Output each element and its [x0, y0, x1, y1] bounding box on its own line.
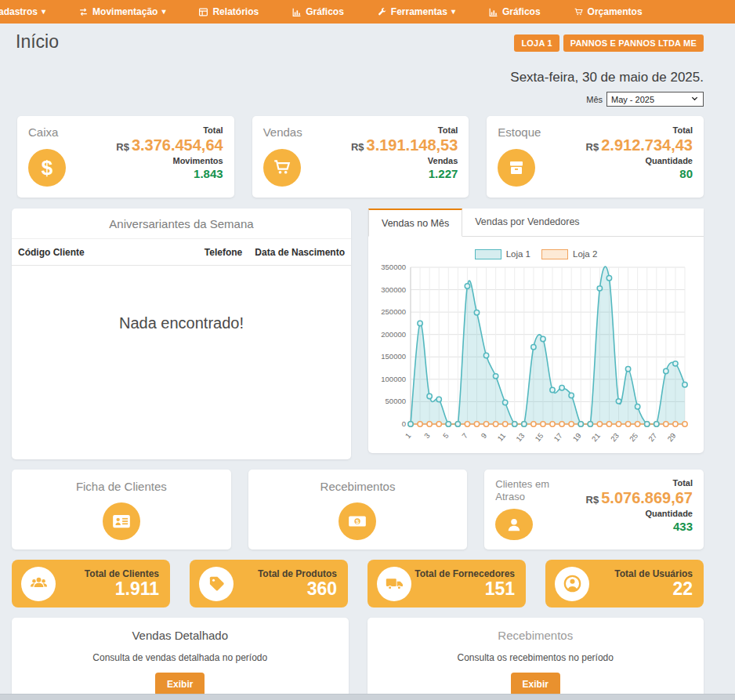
legend-swatch-loja2 — [541, 249, 568, 259]
svg-text:17: 17 — [552, 432, 563, 444]
legend-swatch-loja1 — [475, 249, 501, 259]
nav-label: Relatórios — [212, 6, 259, 17]
nav-item-graficos-2[interactable]: Gráficos — [488, 6, 541, 17]
svg-text:9: 9 — [479, 432, 488, 441]
nav-label: Ferramentas — [391, 6, 447, 17]
sales-tabs: Vendas no Mês Vendas por Vendedores — [368, 209, 704, 237]
total-fornecedores-card[interactable]: Total de Fornecedores 151 — [368, 560, 526, 608]
footer-strip — [0, 694, 735, 700]
legend-item-loja1: Loja 1 — [475, 249, 530, 259]
card-title: Estoque — [498, 125, 541, 139]
card-title: Vendas — [263, 125, 302, 139]
total-label: Total — [351, 125, 458, 135]
nav-item-cadastros[interactable]: adastros ▾ — [0, 6, 45, 17]
svg-text:50000: 50000 — [386, 397, 406, 406]
exibir-button[interactable]: Exibir — [511, 673, 560, 696]
tab-vendas-no-mes[interactable]: Vendas no Mês — [368, 209, 462, 237]
svg-text:21: 21 — [590, 432, 602, 444]
svg-text:100000: 100000 — [381, 375, 406, 383]
company-badge[interactable]: PANNOS E PANNOS LTDA ME — [563, 34, 704, 52]
cart-icon — [574, 7, 584, 17]
vendas-card: Vendas Total R$3.191.148,53 Vendas 1.227 — [252, 116, 469, 198]
recebimentos-card[interactable]: Recebimentos $ — [248, 470, 468, 549]
card-title: Caixa — [28, 125, 66, 139]
card-title: Ficha de Clientes — [12, 480, 231, 493]
total-label: Total — [586, 125, 693, 135]
page-title: Início — [16, 31, 59, 53]
total-label: Total — [586, 478, 693, 488]
nav-item-orcamentos[interactable]: Orçamentos — [574, 6, 643, 17]
nav-item-ferramentas[interactable]: Ferramentas ▾ — [377, 6, 455, 17]
nav-label: Gráficos — [306, 6, 344, 17]
svg-text:25: 25 — [628, 432, 639, 444]
ficha-de-clientes-card[interactable]: Ficha de Clientes — [12, 470, 231, 549]
legend-item-loja2: Loja 2 — [541, 249, 597, 259]
dollar-icon: $ — [28, 149, 66, 187]
panel-title: Recebimentos — [368, 629, 704, 642]
count-label: Quantidade — [586, 156, 693, 165]
count-value: 1.843 — [116, 167, 223, 180]
estoque-card: Estoque Total R$2.912.734,43 Quantidade … — [487, 116, 704, 198]
bar-chart-icon — [291, 7, 302, 17]
svg-text:0: 0 — [402, 419, 406, 428]
svg-text:13: 13 — [514, 432, 526, 444]
month-select[interactable]: May - 2025 — [606, 92, 704, 107]
total-value: R$5.076.869,67 — [586, 489, 693, 507]
store-badge[interactable]: LOJA 1 — [514, 34, 559, 52]
total-value: R$3.191.148,53 — [351, 136, 458, 154]
bar-chart-icon — [488, 7, 498, 17]
nav-item-relatorios[interactable]: Relatórios — [198, 6, 259, 17]
vendas-detalhado-panel: Vendas Detalhado Consulta de vendas deta… — [12, 618, 349, 700]
current-date: Sexta-feira, 30 de maio de 2025. — [0, 70, 735, 85]
count-value: 433 — [586, 520, 693, 533]
column-header-codigo-cliente: Código Cliente — [18, 247, 205, 258]
svg-text:11: 11 — [495, 432, 507, 444]
caixa-card: Caixa $ Total R$3.376.454,64 Movimentos … — [17, 116, 234, 198]
nav-label: Orçamentos — [588, 6, 643, 17]
nav-label: adastros — [0, 6, 38, 17]
total-produtos-card[interactable]: Total de Produtos 360 — [190, 560, 348, 608]
user-circle-icon — [555, 567, 589, 601]
total-clientes-card[interactable]: Total de Clientes 1.911 — [12, 560, 170, 608]
total-usuarios-card[interactable]: Total de Usuários 22 — [545, 560, 704, 608]
sales-area-chart: 0500001000001500002000002500003000003500… — [368, 259, 704, 457]
tab-vendas-por-vendedores[interactable]: Vendas por Vendedores — [462, 209, 592, 236]
svg-text:27: 27 — [646, 432, 658, 444]
svg-text:300000: 300000 — [381, 285, 406, 294]
count-label: Vendas — [351, 156, 458, 165]
stat-label: Total de Clientes — [85, 568, 159, 579]
stat-value: 22 — [614, 579, 693, 599]
banknote-icon: $ — [339, 502, 376, 540]
chevron-down-icon — [690, 94, 699, 104]
stat-value: 360 — [258, 579, 337, 599]
box-icon — [498, 149, 535, 187]
month-select-value: May - 2025 — [611, 95, 654, 104]
birthdays-panel: Aniversariantes da Semana Código Cliente… — [12, 209, 351, 459]
svg-text:19: 19 — [571, 432, 583, 444]
count-value: 1.227 — [351, 167, 458, 180]
svg-text:1: 1 — [404, 432, 413, 441]
id-card-icon — [103, 502, 140, 540]
caret-down-icon: ▾ — [451, 8, 455, 16]
month-select-label: Mês — [586, 95, 603, 104]
exibir-button[interactable]: Exibir — [155, 673, 205, 696]
nav-item-movimentacao[interactable]: Movimentação ▾ — [78, 6, 165, 17]
stat-value: 151 — [415, 579, 515, 599]
birthdays-panel-title: Aniversariantes da Semana — [12, 209, 351, 239]
nav-item-graficos-1[interactable]: Gráficos — [291, 6, 344, 17]
total-value: R$3.376.454,64 — [116, 136, 223, 154]
stat-value: 1.911 — [85, 579, 159, 599]
wrench-icon — [377, 7, 387, 17]
empty-message: Nada encontrado! — [12, 266, 351, 332]
svg-text:250000: 250000 — [381, 308, 406, 317]
svg-text:23: 23 — [609, 432, 621, 444]
top-navbar: adastros ▾ Movimentação ▾ Relatórios Grá… — [0, 0, 735, 24]
exchange-icon — [78, 7, 89, 17]
caret-down-icon: ▾ — [42, 8, 45, 16]
svg-text:15: 15 — [533, 432, 545, 444]
svg-text:200000: 200000 — [381, 330, 406, 339]
person-icon — [495, 509, 533, 541]
chart-legend: Loja 1 Loja 2 — [368, 249, 704, 259]
stat-label: Total de Fornecedores — [415, 568, 515, 579]
panel-description: Consulta de vendas detalhada no período — [12, 652, 349, 663]
